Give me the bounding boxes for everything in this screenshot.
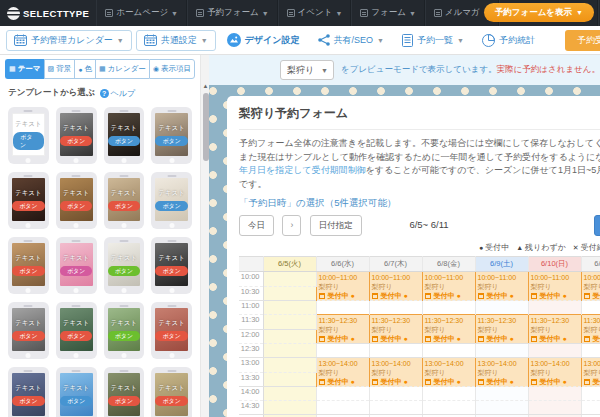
empty-slot[interactable] (263, 272, 316, 287)
empty-slot[interactable] (422, 387, 475, 401)
template-thumbnail-3[interactable]: テキストボタン (104, 107, 145, 164)
template-thumbnail-15[interactable]: テキストボタン (104, 302, 145, 359)
help-link[interactable]: ? ヘルプ (100, 88, 136, 99)
empty-slot[interactable] (528, 401, 581, 415)
event-slot[interactable]: 13:00~14:00梨狩り 受付中 ● (475, 358, 528, 387)
navbar-item-予約フォーム[interactable]: 予約フォーム▼ (187, 0, 278, 26)
event-slot[interactable]: 11:30~12:30梨狩り 受付中 ● (422, 315, 475, 344)
toolbar-共通設定[interactable]: 共通設定▼ (136, 30, 216, 51)
event-slot[interactable]: 13:00~14:00梨狩り 受付中 ● (369, 358, 422, 387)
empty-slot[interactable] (422, 401, 475, 415)
empty-slot[interactable] (263, 358, 316, 373)
empty-slot[interactable] (263, 286, 316, 301)
empty-slot[interactable] (263, 329, 316, 344)
tab-背景[interactable]: ▨背景 (44, 59, 75, 79)
empty-slot[interactable] (581, 301, 600, 315)
empty-slot[interactable] (263, 344, 316, 358)
template-thumbnail-11[interactable]: テキストボタン (104, 237, 145, 294)
empty-slot[interactable] (581, 387, 600, 401)
template-thumbnail-17[interactable]: テキストボタン (8, 367, 49, 417)
navbar-item-フォーム[interactable]: フォーム▼ (351, 0, 425, 26)
event-slot[interactable]: 10:00~11:00梨狩り 受付中 ● (369, 272, 422, 301)
empty-slot[interactable] (316, 401, 369, 415)
app-logo[interactable]: SELECTTYPE (0, 7, 96, 20)
form-select-dropdown[interactable]: 梨狩り ▼ (280, 60, 334, 80)
scrollbar-thumb[interactable] (203, 93, 209, 161)
template-thumbnail-16[interactable]: テキストボタン (151, 302, 192, 359)
navbar-item-ホームページ[interactable]: ホームページ▼ (96, 0, 187, 26)
event-slot[interactable]: 11:30~12:30梨狩り 受付中 ● (581, 315, 600, 344)
today-button[interactable]: 今日 (239, 215, 274, 236)
empty-slot[interactable] (369, 344, 422, 358)
event-slot[interactable]: 10:00~11:00梨狩り 受付中 ● (528, 272, 581, 301)
template-thumbnail-18[interactable]: テキストボタン (56, 367, 97, 417)
event-slot[interactable]: 11:30~12:30梨狩り 受付中 ● (528, 315, 581, 344)
date-pick-button[interactable]: 日付指定 (310, 215, 362, 236)
template-thumbnail-13[interactable]: テキストボタン (8, 302, 49, 359)
empty-slot[interactable] (263, 372, 316, 387)
tab-表示項目[interactable]: ◉表示項目 (149, 59, 195, 79)
empty-slot[interactable] (475, 344, 528, 358)
empty-slot[interactable] (528, 344, 581, 358)
sidebar-scrollbar[interactable]: ▲ (200, 55, 209, 417)
template-thumbnail-8[interactable]: テキストボタン (151, 172, 192, 229)
week-view-button[interactable]: 週 (594, 215, 600, 236)
tab-テーマ[interactable]: ▦テーマ (5, 59, 44, 79)
empty-slot[interactable] (369, 387, 422, 401)
scroll-up-arrow-icon[interactable]: ▲ (202, 82, 209, 91)
empty-slot[interactable] (422, 344, 475, 358)
period-restriction-link[interactable]: 年月日を指定して受付期間制御 (239, 165, 366, 175)
empty-slot[interactable] (316, 301, 369, 315)
template-thumbnail-7[interactable]: テキストボタン (104, 172, 145, 229)
event-slot[interactable]: 13:00~14:00梨狩り 受付中 ● (581, 358, 600, 387)
event-slot[interactable]: 10:00~11:00梨狩り 受付中 ● (581, 272, 600, 301)
template-thumbnail-4[interactable]: テキストボタン (151, 107, 192, 164)
empty-slot[interactable] (263, 387, 316, 401)
event-slot[interactable]: 13:00~14:00梨狩り 受付中 ● (528, 358, 581, 387)
template-thumbnail-20[interactable]: テキストボタン (151, 367, 192, 417)
empty-slot[interactable] (528, 301, 581, 315)
tab-カレンダー[interactable]: ▦カレンダー (95, 59, 149, 79)
event-slot[interactable]: 11:30~12:30梨狩り 受付中 ● (475, 315, 528, 344)
template-thumbnail-6[interactable]: テキストボタン (56, 172, 97, 229)
toolbar-予約一覧[interactable]: 予約一覧▼ (395, 31, 471, 50)
event-slot[interactable]: 10:00~11:00梨狩り 受付中 ● (316, 272, 369, 301)
empty-slot[interactable] (475, 387, 528, 401)
toolbar-共有/SEO[interactable]: 共有/SEO▼ (311, 31, 391, 50)
event-slot[interactable]: 10:00~11:00梨狩り 受付中 ● (422, 272, 475, 301)
event-slot[interactable]: 13:00~14:00梨狩り 受付中 ● (316, 358, 369, 387)
event-slot[interactable]: 13:00~14:00梨狩り 受付中 ● (422, 358, 475, 387)
template-thumbnail-12[interactable]: テキストボタン (151, 237, 192, 294)
empty-slot[interactable] (316, 344, 369, 358)
empty-slot[interactable] (475, 301, 528, 315)
template-thumbnail-19[interactable]: テキストボタン (104, 367, 145, 417)
tab-色[interactable]: ●色 (74, 59, 95, 79)
empty-slot[interactable] (263, 315, 316, 330)
empty-slot[interactable] (528, 387, 581, 401)
empty-slot[interactable] (475, 401, 528, 415)
reservation-accept-button[interactable]: 予約受付 (565, 30, 600, 51)
template-thumbnail-2[interactable]: テキストボタン (56, 107, 97, 164)
show-reservation-form-button[interactable]: 予約フォームを表示 ▼ (484, 3, 594, 22)
empty-slot[interactable] (263, 301, 316, 315)
empty-slot[interactable] (422, 301, 475, 315)
next-week-button[interactable]: › (282, 215, 301, 236)
navbar-item-イベント[interactable]: イベント▼ (278, 0, 352, 26)
template-thumbnail-5[interactable]: テキストボタン (8, 172, 49, 229)
event-slot[interactable]: 10:00~11:00梨狩り 受付中 ● (475, 272, 528, 301)
toolbar-予約管理カレンダー[interactable]: 予約管理カレンダー▼ (6, 30, 132, 51)
empty-slot[interactable] (316, 387, 369, 401)
template-thumbnail-9[interactable]: テキストボタン (8, 237, 49, 294)
empty-slot[interactable] (369, 301, 422, 315)
toolbar-予約統計[interactable]: 予約統計 (475, 31, 542, 50)
event-slot[interactable]: 11:30~12:30梨狩り 受付中 ● (369, 315, 422, 344)
template-thumbnail-1[interactable]: テキストボタン (8, 107, 49, 164)
template-thumbnail-10[interactable]: テキストボタン (56, 237, 97, 294)
event-slot[interactable]: 11:30~12:30梨狩り 受付中 ● (316, 315, 369, 344)
toolbar-デザイン設定[interactable]: デザイン設定 (220, 30, 307, 50)
empty-slot[interactable] (581, 401, 600, 415)
empty-slot[interactable] (369, 401, 422, 415)
empty-slot[interactable] (263, 401, 316, 415)
template-thumbnail-14[interactable]: テキストボタン (56, 302, 97, 359)
empty-slot[interactable] (581, 344, 600, 358)
